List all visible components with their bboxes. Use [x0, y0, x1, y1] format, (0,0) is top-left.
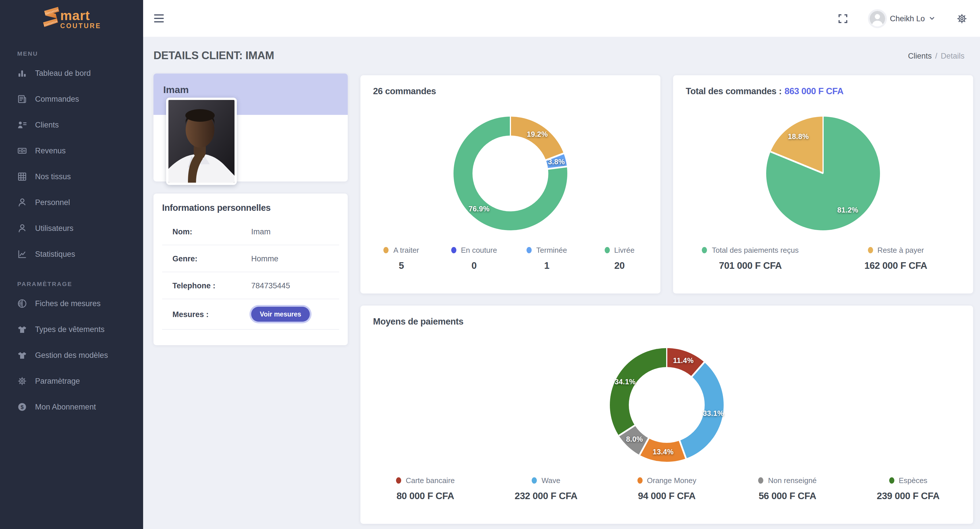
topbar: Cheikh Lo: [143, 0, 980, 37]
sidebar-item-label: Nos tissus: [35, 172, 71, 181]
personal-info-title: Informations personnelles: [153, 194, 348, 213]
slice-separator: [822, 117, 824, 173]
measure-icon: [17, 299, 27, 308]
sidebar-item-label: Types de vêtements: [35, 325, 105, 334]
breadcrumb-clients-link[interactable]: Clients: [908, 52, 932, 60]
legend-label: Non renseigné: [768, 476, 816, 485]
sidebar-item-nos-tissus[interactable]: Nos tissus: [0, 164, 143, 189]
slice-percent-label: 3.8%: [548, 158, 565, 166]
legend-dot-icon: [758, 477, 763, 484]
stats-icon: [17, 249, 27, 259]
brand-logo[interactable]: mart COUTURE: [0, 0, 143, 37]
info-row-value: 784735445: [251, 281, 290, 290]
avatar: [870, 11, 885, 26]
legend-label: En couture: [461, 246, 497, 254]
legend-item[interactable]: A traiter5: [365, 246, 438, 271]
sidebar-item-tableau-de-bord[interactable]: Tableau de bord: [0, 60, 143, 86]
sidebar-item-gestion-des-mod-les[interactable]: Gestion des modèles: [0, 342, 143, 368]
legend-value: 5: [365, 260, 438, 271]
brand-name-mart: mart: [60, 9, 101, 22]
legend-dot-icon: [605, 247, 609, 253]
sidebar: mart COUTURE MENU Tableau de bordCommand…: [0, 0, 143, 529]
bar-chart-icon: [17, 68, 27, 78]
orders-icon: [17, 94, 27, 104]
user-name: Cheikh Lo: [890, 14, 925, 23]
legend-label: Orange Money: [647, 476, 696, 485]
orders-chart-card: 26 commandes 19.2%3.8%76.9% A traiter5En…: [360, 75, 660, 294]
client-name: Imam: [153, 73, 348, 96]
shirt-icon: [17, 324, 27, 334]
legend-value: 94 000 F CFA: [606, 491, 727, 502]
legend-dot-icon: [451, 247, 457, 253]
legend-item[interactable]: Reste à payer162 000 F CFA: [823, 246, 969, 271]
legend-label: Livrée: [614, 246, 635, 254]
sidebar-item-label: Personnel: [35, 198, 70, 207]
breadcrumb: Clients/Details: [908, 52, 964, 60]
legend-item[interactable]: Carte bancaire80 000 F CFA: [365, 476, 486, 502]
legend-label: Carte bancaire: [406, 476, 455, 485]
donut-hole: [629, 367, 705, 443]
legend-item[interactable]: Total des paiements reçus701 000 F CFA: [678, 246, 823, 271]
breadcrumb-current: Details: [941, 52, 964, 60]
sidebar-item-label: Clients: [35, 121, 59, 129]
user-menu[interactable]: Cheikh Lo: [870, 11, 935, 26]
content: DETAILS CLIENT: IMAM Clients/Details Ima…: [143, 37, 980, 529]
measures-label: Mesures :: [172, 310, 242, 318]
sidebar-item-label: Mon Abonnement: [35, 403, 96, 411]
legend-value: 1: [511, 260, 583, 271]
legend-item[interactable]: Non renseigné56 000 F CFA: [727, 476, 848, 502]
users-icon: [17, 224, 27, 233]
sidebar-item-label: Revenus: [35, 146, 66, 155]
legend-value: 56 000 F CFA: [727, 491, 848, 502]
legend-item[interactable]: En couture0: [438, 246, 511, 271]
settings-gear-icon[interactable]: [956, 13, 967, 24]
sidebar-item-personnel[interactable]: Personnel: [0, 189, 143, 215]
sidebar-item-label: Fiches de mesures: [35, 299, 100, 308]
sidebar-item-mon-abonnement[interactable]: $Mon Abonnement: [0, 394, 143, 420]
voir-mesures-button[interactable]: Voir mesures: [251, 307, 310, 322]
donut-hole: [473, 135, 548, 211]
legend-value: 239 000 F CFA: [848, 491, 969, 502]
chevron-down-icon: [929, 17, 935, 20]
sidebar-item-revenus[interactable]: Revenus: [0, 138, 143, 164]
legend-item[interactable]: Livrée20: [583, 246, 656, 271]
money-icon: [17, 146, 27, 156]
slice-percent-label: 33.1%: [703, 410, 724, 418]
sidebar-item-clients[interactable]: Clients: [0, 112, 143, 138]
legend-item[interactable]: Orange Money94 000 F CFA: [606, 476, 727, 502]
slice-percent-label: 18.8%: [788, 133, 809, 141]
person-icon: [17, 198, 27, 207]
logo-ribbon-s-icon: [42, 6, 59, 27]
legend-label: Terminée: [536, 246, 567, 254]
slice-percent-label: 13.4%: [653, 448, 674, 456]
sidebar-item-utilisateurs[interactable]: Utilisateurs: [0, 215, 143, 241]
legend-label: Espèces: [899, 476, 928, 485]
payment-methods-chart-card: Moyens de paiements 11.4%33.1%13.4%8.0%3…: [360, 305, 973, 524]
menu-section-label: MENU: [17, 50, 143, 57]
sidebar-item-types-de-v-tements[interactable]: Types de vêtements: [0, 316, 143, 342]
client-photo: [166, 98, 237, 185]
fullscreen-icon[interactable]: [837, 13, 848, 24]
grid-icon: [17, 172, 27, 181]
sidebar-item-commandes[interactable]: Commandes: [0, 86, 143, 112]
legend-value: 0: [438, 260, 511, 271]
brand-name-couture: COUTURE: [60, 23, 101, 30]
hamburger-menu-icon[interactable]: [154, 14, 164, 22]
orders-chart-legend: A traiter5En couture0Terminée1Livrée20: [365, 246, 656, 271]
legend-item[interactable]: Wave232 000 F CFA: [486, 476, 606, 502]
legend-item[interactable]: Terminée1: [511, 246, 583, 271]
sidebar-item-label: Commandes: [35, 95, 79, 103]
sidebar-item-label: Statistiques: [35, 250, 75, 259]
legend-dot-icon: [637, 477, 642, 484]
legend-item[interactable]: Espèces239 000 F CFA: [848, 476, 969, 502]
sidebar-item-param-trage[interactable]: Paramètrage: [0, 368, 143, 394]
clients-icon: [17, 120, 27, 130]
legend-value: 20: [583, 260, 656, 271]
slice-percent-label: 76.9%: [468, 205, 489, 213]
legend-value: 80 000 F CFA: [365, 491, 486, 502]
info-row: Nom:Imam: [162, 218, 339, 245]
measures-row: Mesures : Voir mesures: [162, 299, 339, 330]
legend-dot-icon: [868, 247, 873, 253]
sidebar-item-statistiques[interactable]: Statistiques: [0, 241, 143, 267]
sidebar-item-fiches-de-mesures[interactable]: Fiches de mesures: [0, 291, 143, 316]
